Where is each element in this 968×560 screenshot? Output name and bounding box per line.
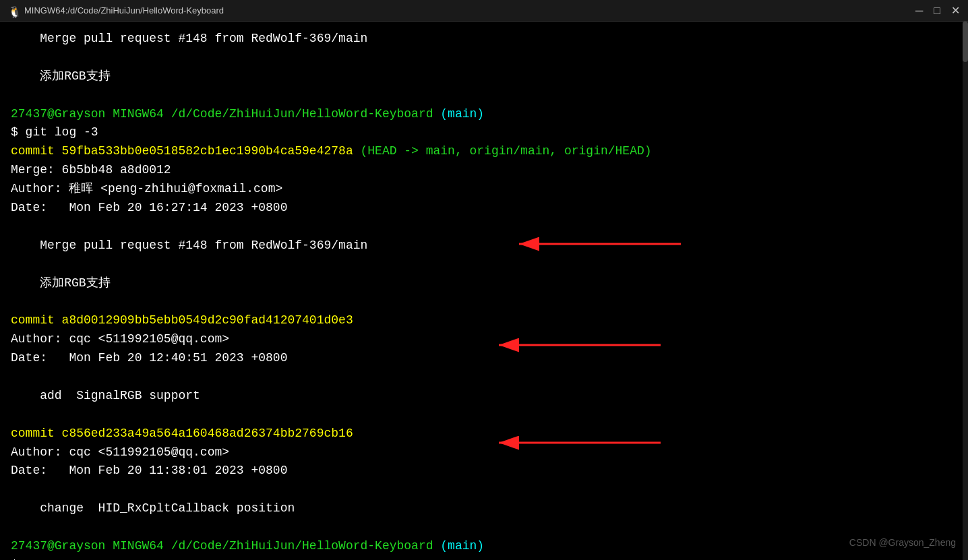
blank bbox=[11, 406, 957, 425]
blank bbox=[11, 480, 957, 499]
commit-label: commit 59fba533bb0e0518582cb1ec1990b4ca5… bbox=[11, 144, 360, 158]
date-line-1: Date: Mon Feb 20 16:27:14 2023 +0800 bbox=[11, 199, 957, 218]
output-line: Merge pull request #148 from RedWolf-369… bbox=[11, 30, 957, 49]
output-line: 添加RGB支持 bbox=[11, 67, 957, 86]
arrow-3 bbox=[485, 426, 667, 460]
arrow-1 bbox=[506, 227, 688, 261]
prompt-branch: (main) bbox=[440, 107, 484, 121]
commit-line-3: commit c856ed233a49a564a160468ad26374bb2… bbox=[11, 425, 957, 443]
blank bbox=[11, 368, 957, 387]
blank bbox=[11, 255, 957, 274]
prompt-branch-2: (main) bbox=[440, 539, 484, 553]
title-bar: 🐧 MINGW64:/d/Code/ZhiHuiJun/HelloWord-Ke… bbox=[0, 0, 968, 22]
author-line-3: Author: cqc <511992105@qq.com> bbox=[11, 443, 957, 462]
commit-msg-1b: 添加RGB支持 bbox=[11, 274, 957, 293]
title-bar-left: 🐧 MINGW64:/d/Code/ZhiHuiJun/HelloWord-Ke… bbox=[8, 5, 224, 16]
commit-msg-3: change HID_RxCpltCallback position bbox=[11, 499, 957, 518]
blank bbox=[11, 518, 957, 537]
app-icon: 🐧 bbox=[8, 5, 19, 16]
window-title: MINGW64:/d/Code/ZhiHuiJun/HelloWord-Keyb… bbox=[24, 5, 224, 15]
commit-msg-1a: Merge pull request #148 from RedWolf-369… bbox=[11, 237, 957, 255]
prompt-user: 27437@Grayson MINGW64 /d/Code/ZhiHuiJun/… bbox=[11, 107, 440, 121]
cursor-line: $ bbox=[11, 556, 957, 560]
close-button[interactable]: ✕ bbox=[951, 5, 960, 16]
scrollbar-thumb[interactable] bbox=[963, 22, 968, 62]
prompt-line-2: 27437@Grayson MINGW64 /d/Code/ZhiHuiJun/… bbox=[11, 537, 957, 556]
watermark: CSDN @Grayson_Zheng bbox=[849, 536, 956, 551]
author-line-1: Author: 稚晖 <peng-zhihui@foxmail.com> bbox=[11, 180, 957, 199]
commit-msg-2: add SignalRGB support bbox=[11, 387, 957, 406]
terminal-content: Merge pull request #148 from RedWolf-369… bbox=[11, 30, 957, 560]
output-line bbox=[11, 86, 957, 105]
arrow-2 bbox=[485, 328, 667, 362]
prompt-user-2: 27437@Grayson MINGW64 /d/Code/ZhiHuiJun/… bbox=[11, 539, 440, 553]
date-line-2: Date: Mon Feb 20 12:40:51 2023 +0800 bbox=[11, 349, 957, 368]
scrollbar[interactable] bbox=[963, 22, 968, 560]
output-line bbox=[11, 49, 957, 67]
blank bbox=[11, 218, 957, 237]
commit-line-1: commit 59fba533bb0e0518582cb1ec1990b4ca5… bbox=[11, 142, 957, 161]
blank bbox=[11, 292, 957, 311]
commit-line-2: commit a8d0012909bb5ebb0549d2c90fad41207… bbox=[11, 311, 957, 330]
maximize-button[interactable]: □ bbox=[934, 5, 940, 16]
merge-line: Merge: 6b5bb48 a8d0012 bbox=[11, 161, 957, 180]
date-line-3: Date: Mon Feb 20 11:38:01 2023 +0800 bbox=[11, 462, 957, 480]
minimize-button[interactable]: ─ bbox=[915, 5, 923, 16]
command-line: $ git log -3 bbox=[11, 123, 957, 142]
prompt-line: 27437@Grayson MINGW64 /d/Code/ZhiHuiJun/… bbox=[11, 105, 957, 124]
author-line-2: Author: cqc <511992105@qq.com> bbox=[11, 330, 957, 349]
window-controls: ─ □ ✕ bbox=[915, 5, 960, 16]
head-ref: (HEAD -> main, origin/main, origin/HEAD) bbox=[360, 144, 651, 158]
terminal-window: Merge pull request #148 from RedWolf-369… bbox=[0, 22, 968, 560]
